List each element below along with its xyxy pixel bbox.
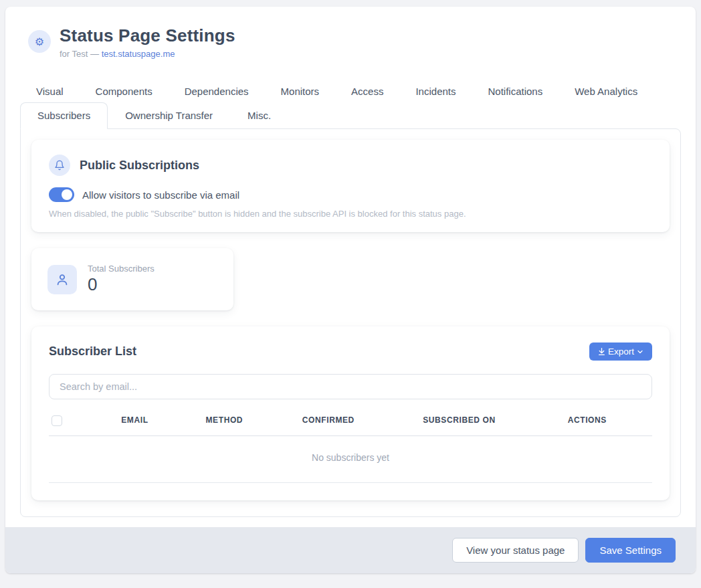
page-title: Status Page Settings <box>60 25 235 46</box>
subscriber-list-card: Subscriber List Export <box>31 326 670 500</box>
subscribers-tab-panel: Public Subscriptions Allow visitors to s… <box>20 128 681 517</box>
tab-bar: Visual Components Dependencies Monitors … <box>20 80 681 128</box>
tab-web-analytics[interactable]: Web Analytics <box>559 80 654 102</box>
tab-row-1: Visual Components Dependencies Monitors … <box>20 80 681 102</box>
download-icon <box>597 347 606 356</box>
tab-dependencies[interactable]: Dependencies <box>169 80 265 102</box>
bell-icon <box>49 155 70 176</box>
tab-monitors[interactable]: Monitors <box>265 80 336 102</box>
export-label: Export <box>608 347 634 357</box>
tab-visual[interactable]: Visual <box>20 80 80 102</box>
tab-incidents[interactable]: Incidents <box>399 80 472 102</box>
tab-row-2: Subscribers Ownership Transfer Misc. <box>20 102 681 128</box>
checkbox-column <box>49 414 121 426</box>
tab-components[interactable]: Components <box>80 80 169 102</box>
chevron-down-icon <box>636 348 644 356</box>
column-confirmed: CONFIRMED <box>302 415 423 425</box>
search-input[interactable] <box>49 374 652 399</box>
save-settings-button[interactable]: Save Settings <box>585 538 676 563</box>
view-status-page-button[interactable]: View your status page <box>452 538 579 563</box>
total-subscribers-value: 0 <box>88 274 155 295</box>
allow-subscribe-toggle[interactable] <box>49 187 74 202</box>
select-all-checkbox[interactable] <box>52 415 62 426</box>
public-subscriptions-title: Public Subscriptions <box>80 159 199 173</box>
empty-state: No subscribers yet <box>49 436 652 483</box>
page-subtitle: for Test — test.statuspage.me <box>60 49 235 59</box>
status-page-link[interactable]: test.statuspage.me <box>102 49 175 59</box>
table-header-row: EMAIL METHOD CONFIRMED SUBSCRIBED ON ACT… <box>49 414 652 436</box>
toggle-helper-text: When disabled, the public "Subscribe" bu… <box>49 209 652 219</box>
toggle-label: Allow visitors to subscribe via email <box>82 189 239 201</box>
footer-bar: View your status page Save Settings <box>5 527 696 573</box>
subscribe-toggle-row: Allow visitors to subscribe via email <box>49 187 652 202</box>
settings-card: ⚙ Status Page Settings for Test — test.s… <box>5 7 696 573</box>
page-header: ⚙ Status Page Settings for Test — test.s… <box>5 7 696 59</box>
header-text: Status Page Settings for Test — test.sta… <box>60 25 235 59</box>
subscriber-list-title: Subscriber List <box>49 345 136 359</box>
column-method: METHOD <box>206 415 302 425</box>
tab-access[interactable]: Access <box>335 80 399 102</box>
total-subscribers-card: Total Subscribers 0 <box>31 248 233 310</box>
export-button[interactable]: Export <box>589 342 652 361</box>
subscriber-table: EMAIL METHOD CONFIRMED SUBSCRIBED ON ACT… <box>49 414 652 483</box>
stat-text: Total Subscribers 0 <box>88 264 155 295</box>
tab-misc[interactable]: Misc. <box>230 102 288 128</box>
subscriber-list-header: Subscriber List Export <box>49 342 652 361</box>
column-actions: ACTIONS <box>568 415 652 425</box>
subtitle-text: for Test — <box>60 49 102 59</box>
public-subscriptions-header: Public Subscriptions <box>49 155 652 176</box>
tab-notifications[interactable]: Notifications <box>472 80 559 102</box>
gear-icon: ⚙ <box>28 30 51 53</box>
user-icon <box>47 265 77 294</box>
total-subscribers-label: Total Subscribers <box>88 264 155 274</box>
column-subscribed-on: SUBSCRIBED ON <box>423 415 567 425</box>
public-subscriptions-card: Public Subscriptions Allow visitors to s… <box>31 140 670 232</box>
tab-ownership-transfer[interactable]: Ownership Transfer <box>108 102 230 128</box>
column-email: EMAIL <box>121 415 205 425</box>
toggle-knob <box>62 189 72 200</box>
tab-subscribers[interactable]: Subscribers <box>20 102 108 129</box>
